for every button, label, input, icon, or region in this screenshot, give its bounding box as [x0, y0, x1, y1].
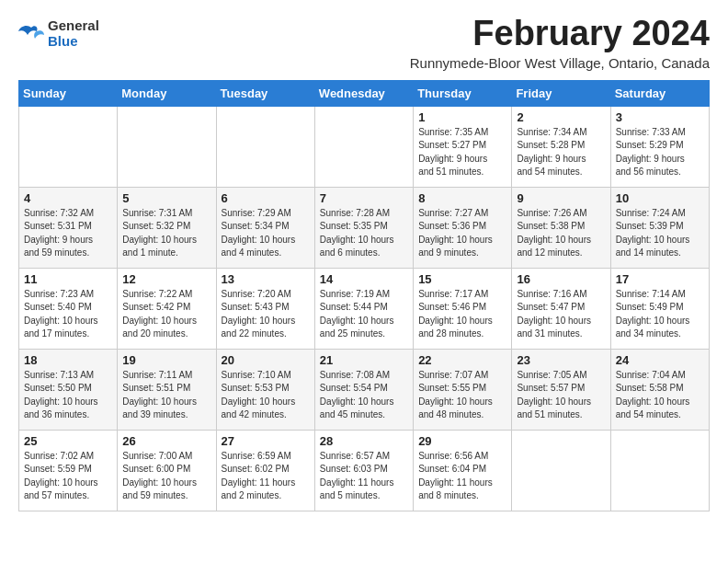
calendar-cell: 28Sunrise: 6:57 AM Sunset: 6:03 PM Dayli… — [314, 430, 413, 511]
day-info: Sunrise: 7:32 AM Sunset: 5:31 PM Dayligh… — [24, 207, 112, 260]
day-number: 14 — [320, 272, 408, 286]
calendar-cell: 15Sunrise: 7:17 AM Sunset: 5:46 PM Dayli… — [414, 268, 512, 349]
day-info: Sunrise: 7:28 AM Sunset: 5:35 PM Dayligh… — [320, 207, 408, 260]
day-info: Sunrise: 7:22 AM Sunset: 5:42 PM Dayligh… — [122, 288, 210, 341]
day-info: Sunrise: 7:04 AM Sunset: 5:58 PM Dayligh… — [616, 369, 704, 422]
weekday-header: Saturday — [610, 80, 709, 106]
day-info: Sunrise: 7:11 AM Sunset: 5:51 PM Dayligh… — [122, 369, 210, 422]
calendar-cell: 18Sunrise: 7:13 AM Sunset: 5:50 PM Dayli… — [19, 349, 118, 430]
calendar-week-row: 1Sunrise: 7:35 AM Sunset: 5:27 PM Daylig… — [19, 106, 710, 187]
day-number: 19 — [122, 353, 210, 367]
day-info: Sunrise: 7:17 AM Sunset: 5:46 PM Dayligh… — [418, 288, 506, 341]
calendar-cell: 26Sunrise: 7:00 AM Sunset: 6:00 PM Dayli… — [118, 430, 216, 511]
calendar-cell: 24Sunrise: 7:04 AM Sunset: 5:58 PM Dayli… — [610, 349, 709, 430]
logo: General Blue — [18, 18, 99, 49]
calendar-cell: 23Sunrise: 7:05 AM Sunset: 5:57 PM Dayli… — [512, 349, 610, 430]
calendar-cell: 6Sunrise: 7:29 AM Sunset: 5:34 PM Daylig… — [216, 187, 314, 268]
calendar-cell — [19, 106, 118, 187]
day-info: Sunrise: 7:29 AM Sunset: 5:34 PM Dayligh… — [222, 207, 310, 260]
calendar-cell: 14Sunrise: 7:19 AM Sunset: 5:44 PM Dayli… — [314, 268, 413, 349]
weekday-header: Sunday — [19, 80, 118, 106]
calendar-cell: 10Sunrise: 7:24 AM Sunset: 5:39 PM Dayli… — [610, 187, 709, 268]
calendar-cell: 11Sunrise: 7:23 AM Sunset: 5:40 PM Dayli… — [19, 268, 118, 349]
calendar-cell: 3Sunrise: 7:33 AM Sunset: 5:29 PM Daylig… — [610, 106, 709, 187]
day-number: 21 — [320, 353, 408, 367]
day-number: 27 — [222, 434, 310, 448]
day-number: 23 — [517, 353, 605, 367]
day-number: 6 — [222, 191, 310, 205]
calendar-week-row: 11Sunrise: 7:23 AM Sunset: 5:40 PM Dayli… — [19, 268, 710, 349]
day-number: 17 — [616, 272, 704, 286]
day-number: 12 — [122, 272, 210, 286]
day-info: Sunrise: 7:10 AM Sunset: 5:53 PM Dayligh… — [222, 369, 310, 422]
day-info: Sunrise: 7:31 AM Sunset: 5:32 PM Dayligh… — [122, 207, 210, 260]
calendar-cell: 7Sunrise: 7:28 AM Sunset: 5:35 PM Daylig… — [314, 187, 413, 268]
day-info: Sunrise: 7:00 AM Sunset: 6:00 PM Dayligh… — [122, 450, 210, 503]
day-number: 3 — [616, 110, 704, 124]
day-info: Sunrise: 7:27 AM Sunset: 5:36 PM Dayligh… — [418, 207, 506, 260]
weekday-header: Tuesday — [216, 80, 314, 106]
day-number: 9 — [517, 191, 605, 205]
day-info: Sunrise: 7:14 AM Sunset: 5:49 PM Dayligh… — [616, 288, 704, 341]
day-info: Sunrise: 7:19 AM Sunset: 5:44 PM Dayligh… — [320, 288, 408, 341]
weekday-header: Thursday — [414, 80, 512, 106]
calendar-cell: 13Sunrise: 7:20 AM Sunset: 5:43 PM Dayli… — [216, 268, 314, 349]
day-number: 11 — [24, 272, 112, 286]
calendar-cell — [610, 430, 709, 511]
day-info: Sunrise: 7:20 AM Sunset: 5:43 PM Dayligh… — [222, 288, 310, 341]
day-info: Sunrise: 7:02 AM Sunset: 5:59 PM Dayligh… — [24, 450, 112, 503]
day-number: 2 — [517, 110, 605, 124]
calendar-cell: 29Sunrise: 6:56 AM Sunset: 6:04 PM Dayli… — [414, 430, 512, 511]
calendar-cell: 8Sunrise: 7:27 AM Sunset: 5:36 PM Daylig… — [414, 187, 512, 268]
day-info: Sunrise: 7:35 AM Sunset: 5:27 PM Dayligh… — [418, 126, 506, 179]
day-number: 20 — [222, 353, 310, 367]
calendar-week-row: 4Sunrise: 7:32 AM Sunset: 5:31 PM Daylig… — [19, 187, 710, 268]
calendar-cell: 5Sunrise: 7:31 AM Sunset: 5:32 PM Daylig… — [118, 187, 216, 268]
calendar-cell — [216, 106, 314, 187]
calendar-cell: 1Sunrise: 7:35 AM Sunset: 5:27 PM Daylig… — [414, 106, 512, 187]
day-number: 26 — [122, 434, 210, 448]
month-title: February 2024 — [410, 15, 710, 53]
weekday-header-row: SundayMondayTuesdayWednesdayThursdayFrid… — [19, 80, 710, 106]
day-info: Sunrise: 7:33 AM Sunset: 5:29 PM Dayligh… — [616, 126, 704, 179]
calendar-cell: 20Sunrise: 7:10 AM Sunset: 5:53 PM Dayli… — [216, 349, 314, 430]
day-number: 1 — [418, 110, 506, 124]
day-info: Sunrise: 6:57 AM Sunset: 6:03 PM Dayligh… — [320, 450, 408, 503]
day-info: Sunrise: 6:56 AM Sunset: 6:04 PM Dayligh… — [418, 450, 506, 503]
calendar-cell: 21Sunrise: 7:08 AM Sunset: 5:54 PM Dayli… — [314, 349, 413, 430]
day-info: Sunrise: 7:24 AM Sunset: 5:39 PM Dayligh… — [616, 207, 704, 260]
calendar-cell: 4Sunrise: 7:32 AM Sunset: 5:31 PM Daylig… — [19, 187, 118, 268]
day-number: 25 — [24, 434, 112, 448]
calendar-cell: 17Sunrise: 7:14 AM Sunset: 5:49 PM Dayli… — [610, 268, 709, 349]
location-subtitle: Runnymede-Bloor West Village, Ontario, C… — [410, 55, 710, 71]
day-number: 7 — [320, 191, 408, 205]
day-number: 13 — [222, 272, 310, 286]
weekday-header: Wednesday — [314, 80, 413, 106]
calendar-cell — [314, 106, 413, 187]
calendar-cell: 9Sunrise: 7:26 AM Sunset: 5:38 PM Daylig… — [512, 187, 610, 268]
calendar-cell: 12Sunrise: 7:22 AM Sunset: 5:42 PM Dayli… — [118, 268, 216, 349]
page-header: General Blue February 2024 Runnymede-Blo… — [18, 15, 710, 71]
calendar-cell — [118, 106, 216, 187]
day-info: Sunrise: 7:08 AM Sunset: 5:54 PM Dayligh… — [320, 369, 408, 422]
day-number: 4 — [24, 191, 112, 205]
day-number: 10 — [616, 191, 704, 205]
day-number: 8 — [418, 191, 506, 205]
day-info: Sunrise: 7:23 AM Sunset: 5:40 PM Dayligh… — [24, 288, 112, 341]
calendar-cell: 22Sunrise: 7:07 AM Sunset: 5:55 PM Dayli… — [414, 349, 512, 430]
day-info: Sunrise: 7:34 AM Sunset: 5:28 PM Dayligh… — [517, 126, 605, 179]
day-info: Sunrise: 6:59 AM Sunset: 6:02 PM Dayligh… — [222, 450, 310, 503]
day-number: 22 — [418, 353, 506, 367]
day-number: 16 — [517, 272, 605, 286]
day-number: 18 — [24, 353, 112, 367]
weekday-header: Monday — [118, 80, 216, 106]
calendar-cell: 25Sunrise: 7:02 AM Sunset: 5:59 PM Dayli… — [19, 430, 118, 511]
day-number: 5 — [122, 191, 210, 205]
calendar-week-row: 25Sunrise: 7:02 AM Sunset: 5:59 PM Dayli… — [19, 430, 710, 511]
day-number: 28 — [320, 434, 408, 448]
calendar-cell — [512, 430, 610, 511]
bird-icon — [18, 24, 44, 44]
weekday-header: Friday — [512, 80, 610, 106]
day-number: 29 — [418, 434, 506, 448]
day-number: 15 — [418, 272, 506, 286]
